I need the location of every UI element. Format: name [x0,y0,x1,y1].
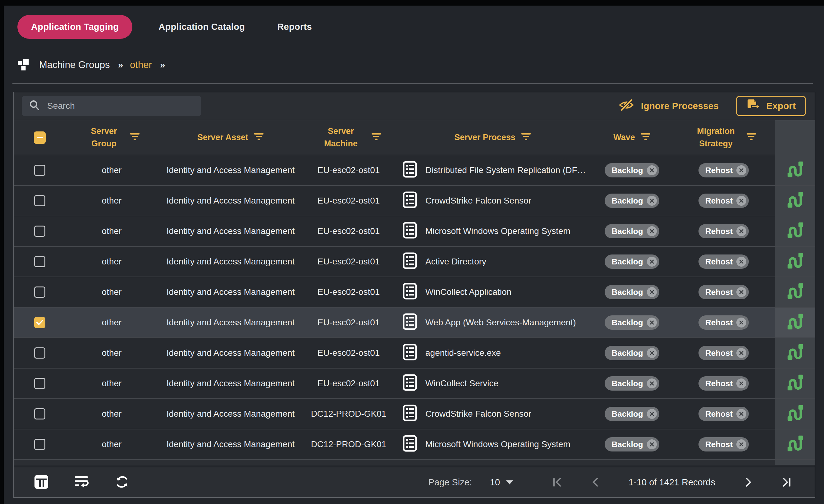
remove-tag-icon[interactable] [736,439,746,449]
connections-icon[interactable] [785,282,804,303]
search-input[interactable] [47,101,195,111]
row-checkbox[interactable] [34,347,45,359]
app-panel: Application Tagging Application Catalog … [4,6,824,504]
remove-tag-icon[interactable] [647,318,657,327]
remove-tag-icon[interactable] [736,165,746,175]
refresh-button[interactable] [115,475,129,490]
migration-strategy-chip[interactable]: Rehost [699,194,749,208]
row-checkbox[interactable] [34,408,45,419]
connections-icon[interactable] [785,221,804,242]
migration-strategy-chip[interactable]: Rehost [699,407,749,421]
filter-icon[interactable] [130,132,140,142]
migration-strategy-chip[interactable]: Rehost [699,437,749,451]
process-list-icon [402,222,417,241]
server-machine-cell: EU-esc02-ost01 [318,226,380,236]
row-actions-cell [775,247,815,277]
wave-chip[interactable]: Backlog [605,194,659,208]
remove-tag-icon[interactable] [647,196,657,206]
remove-tag-icon[interactable] [647,257,657,267]
migration-strategy-chip[interactable]: Rehost [699,255,749,269]
wave-chip[interactable]: Backlog [605,315,659,330]
column-header-server-asset[interactable]: Server Asset [158,131,304,143]
filter-icon[interactable] [521,132,531,142]
remove-tag-icon[interactable] [736,348,746,358]
wave-chip[interactable]: Backlog [605,163,659,178]
previous-page-button[interactable] [592,477,599,488]
remove-tag-icon[interactable] [736,257,746,267]
connections-icon[interactable] [785,342,804,364]
remove-tag-icon[interactable] [647,409,657,419]
remove-tag-icon[interactable] [647,226,657,236]
row-checkbox[interactable] [34,195,45,206]
column-header-wave[interactable]: Wave [592,131,673,143]
page-size-select[interactable]: 10 [490,477,513,488]
server-process-cell: Microsoft Windows Operating System [425,439,571,449]
wave-chip[interactable]: Backlog [605,255,659,269]
wave-chip[interactable]: Backlog [605,376,659,391]
column-header-server-machine[interactable]: Server Machine [304,125,394,149]
migration-strategy-chip[interactable]: Rehost [699,163,749,178]
migration-strategy-chip[interactable]: Rehost [699,315,749,330]
migration-strategy-chip[interactable]: Rehost [699,376,749,391]
tab-application-tagging[interactable]: Application Tagging [17,15,132,39]
remove-tag-icon[interactable] [736,379,746,388]
connections-icon[interactable] [785,251,804,273]
remove-tag-icon[interactable] [736,196,746,206]
wave-chip[interactable]: Backlog [605,285,659,299]
select-all-checkbox[interactable] [34,131,46,144]
remove-tag-icon[interactable] [736,226,746,236]
remove-tag-icon[interactable] [647,439,657,449]
connections-icon[interactable] [785,403,804,425]
column-header-server-process[interactable]: Server Process [394,131,592,143]
remove-tag-icon[interactable] [647,379,657,388]
remove-tag-icon[interactable] [647,165,657,175]
connections-icon[interactable] [785,160,804,181]
tab-application-catalog[interactable]: Application Catalog [152,15,251,39]
connections-icon[interactable] [785,373,804,394]
tab-reports[interactable]: Reports [271,15,318,39]
connections-icon[interactable] [785,312,804,333]
column-header-server-group[interactable]: Server Group [66,125,158,149]
wave-chip[interactable]: Backlog [605,224,659,238]
ignore-processes-button[interactable]: Ignore Processes [619,99,719,114]
filter-icon[interactable] [641,132,651,142]
last-page-button[interactable] [782,477,791,488]
export-button[interactable]: Export [736,96,806,116]
server-asset-cell: Identity and Access Management [167,318,295,327]
remove-tag-icon[interactable] [736,409,746,419]
remove-tag-icon[interactable] [736,287,746,297]
server-machine-cell: EU-esc02-ost01 [318,379,380,388]
migration-strategy-chip[interactable]: Rehost [699,224,749,238]
next-page-button[interactable] [745,477,752,488]
wave-chip[interactable]: Backlog [605,407,659,421]
row-checkbox[interactable] [34,165,45,176]
connections-icon[interactable] [785,190,804,212]
remove-tag-icon[interactable] [647,287,657,297]
filter-icon[interactable] [746,132,756,142]
remove-tag-icon[interactable] [736,318,746,327]
migration-strategy-chip[interactable]: Rehost [699,346,749,360]
breadcrumb-other[interactable]: other [130,59,152,71]
row-checkbox[interactable] [34,317,45,328]
row-checkbox[interactable] [34,378,45,389]
row-checkbox[interactable] [34,226,45,237]
connections-icon[interactable] [785,434,804,455]
filter-icon[interactable] [254,132,264,142]
breadcrumb-machine-groups[interactable]: Machine Groups [39,59,110,71]
columns-button[interactable] [34,475,48,490]
remove-tag-icon[interactable] [647,348,657,358]
column-header-migration-strategy[interactable]: Migration Strategy [673,125,775,149]
process-list-icon [402,435,417,454]
wave-chip[interactable]: Backlog [605,437,659,451]
wave-chip[interactable]: Backlog [605,346,659,360]
migration-strategy-chip[interactable]: Rehost [699,285,749,299]
search-box[interactable] [22,96,201,116]
server-asset-cell: Identity and Access Management [167,257,295,267]
first-page-button[interactable] [553,477,562,488]
migration-strategy-chip-label: Rehost [705,409,733,419]
row-checkbox[interactable] [34,256,45,267]
row-checkbox[interactable] [34,287,45,298]
filter-icon[interactable] [371,132,381,142]
wrap-text-button[interactable] [75,476,89,489]
row-checkbox[interactable] [34,439,45,450]
